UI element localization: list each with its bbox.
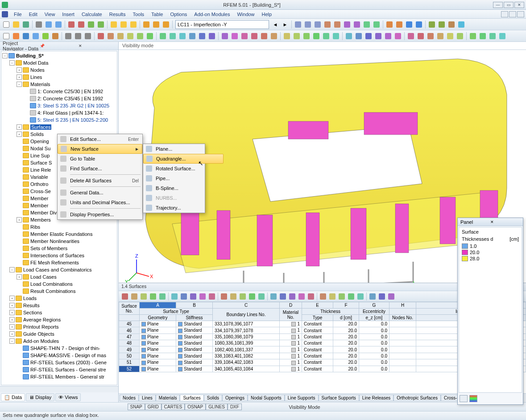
table-tab[interactable]: Orthotropic Surfaces: [393, 395, 441, 401]
navigator-scrollbar[interactable]: [0, 386, 118, 392]
tb2-30[interactable]: [344, 32, 353, 41]
table-tab[interactable]: Surface Supports: [319, 395, 359, 401]
tb-o[interactable]: [333, 20, 342, 29]
tree-addon[interactable]: SHAPE-MASSIVE - Design of mas: [2, 352, 116, 359]
ctx-item[interactable]: Delete All SurfacesDel: [58, 176, 142, 185]
menu-calculate[interactable]: Calculate: [79, 11, 105, 18]
tree-item[interactable]: Sets of Members: [2, 245, 116, 252]
menu-help[interactable]: Help: [259, 11, 275, 18]
tb2-40[interactable]: [446, 32, 455, 41]
table-tab[interactable]: Nodal Supports: [248, 395, 285, 401]
tb2-b[interactable]: [51, 32, 60, 41]
table-tab[interactable]: Openings: [222, 395, 248, 401]
tbl-tb-2[interactable]: [139, 292, 148, 301]
tb2-c[interactable]: [64, 32, 73, 41]
menu-tools[interactable]: Tools: [129, 11, 147, 18]
tree-addon[interactable]: RF-STEEL Surfaces (2003) - Gene: [2, 359, 116, 366]
ctx-item[interactable]: Find Surface...: [58, 164, 142, 173]
menu-view[interactable]: View: [41, 11, 58, 18]
tb2-42[interactable]: [468, 32, 477, 41]
tbl-tb-25[interactable]: [368, 292, 377, 301]
redo-icon[interactable]: [54, 20, 63, 29]
select-icon[interactable]: [2, 32, 11, 41]
tbl-tb-9[interactable]: [207, 292, 216, 301]
tb-u[interactable]: [395, 20, 404, 29]
tb2-15[interactable]: [188, 32, 197, 41]
tb2-37[interactable]: [416, 32, 425, 41]
open-icon[interactable]: [12, 20, 21, 29]
tree-item[interactable]: +Average Regions: [2, 316, 116, 323]
tb-help-icon[interactable]: [457, 20, 466, 29]
nav-tab-data[interactable]: 📋 Data: [1, 393, 25, 401]
tb2-19[interactable]: [230, 32, 239, 41]
tree-item[interactable]: FE Mesh Refinements: [2, 259, 116, 266]
status-toggle[interactable]: SNAP: [128, 404, 145, 410]
tree-addon[interactable]: RF-STEEL Surfaces - General stre: [2, 366, 116, 373]
table-tab[interactable]: Line Supports: [285, 395, 319, 401]
menu-insert[interactable]: Insert: [59, 11, 78, 18]
tb2-27[interactable]: [312, 32, 321, 41]
tb2-9[interactable]: [126, 32, 135, 41]
tb2-d[interactable]: [74, 32, 83, 41]
tb2-e[interactable]: [83, 32, 92, 41]
tb2-33[interactable]: [374, 32, 383, 41]
tb2-34[interactable]: [384, 32, 393, 41]
ctx-subitem[interactable]: B-Spline...: [143, 183, 224, 193]
tbl-tb-23[interactable]: [347, 292, 356, 301]
undo-icon[interactable]: [44, 20, 53, 29]
tbl-tb-11[interactable]: [229, 292, 238, 301]
tb-a[interactable]: [67, 20, 76, 29]
tb2-35[interactable]: [393, 32, 402, 41]
tree-item[interactable]: +Guide Objects: [2, 330, 116, 338]
tb-n[interactable]: [323, 20, 332, 29]
new-icon[interactable]: [2, 20, 11, 29]
tbl-tb-16[interactable]: [278, 292, 287, 301]
tb2-32[interactable]: [364, 32, 373, 41]
legend-panel[interactable]: Panel✕ Surface Thicknesses d[cm] 1.020.0…: [457, 218, 523, 405]
tb2-6[interactable]: [96, 32, 105, 41]
ctx-item[interactable]: Edit Surface...Enter: [58, 134, 142, 144]
tbl-tb-24[interactable]: [356, 292, 365, 301]
line-icon[interactable]: [21, 32, 30, 41]
tb2-18[interactable]: [220, 32, 229, 41]
status-toggle[interactable]: DXF: [228, 404, 242, 410]
tbl-tb-6[interactable]: [179, 292, 188, 301]
tbl-tb-26[interactable]: [377, 292, 386, 301]
ctx-item[interactable]: General Data...: [58, 188, 142, 198]
status-toggle[interactable]: CARTES: [162, 404, 185, 410]
tb-j[interactable]: [162, 20, 170, 29]
tree-item[interactable]: +Printout Reports: [2, 323, 116, 330]
tb-b[interactable]: [77, 20, 86, 29]
tb2-22[interactable]: [260, 32, 269, 41]
lc-prev-icon[interactable]: ◄: [271, 20, 280, 29]
tb-d[interactable]: [96, 20, 105, 29]
save-icon[interactable]: [21, 20, 30, 29]
tb-c[interactable]: [87, 20, 95, 29]
tbl-tb-18[interactable]: [297, 292, 306, 301]
maximize-button[interactable]: ▭: [504, 2, 514, 8]
tb-p[interactable]: [343, 20, 352, 29]
table-tab[interactable]: Materials: [156, 395, 180, 401]
menu-table[interactable]: Table: [148, 11, 166, 18]
tb2-a[interactable]: [41, 32, 50, 41]
tb2-45[interactable]: [498, 32, 507, 41]
surface-icon[interactable]: [31, 32, 40, 41]
tbl-tb-20[interactable]: [319, 292, 327, 301]
tb2-7[interactable]: [106, 32, 115, 41]
panel-close-icon[interactable]: ✕: [490, 220, 520, 224]
tb-h[interactable]: [142, 20, 151, 29]
tb-z[interactable]: [447, 20, 456, 29]
close-button[interactable]: ✕: [514, 2, 524, 8]
load-case-combo[interactable]: LC11 - Imperfection -Y: [175, 20, 269, 29]
ctx-subitem[interactable]: Quadrangle...: [143, 154, 224, 164]
tb-m[interactable]: [313, 20, 322, 29]
menu-edit[interactable]: Edit: [26, 11, 41, 18]
ctx-subitem[interactable]: Plane...: [143, 144, 224, 154]
tb2-23[interactable]: [269, 32, 278, 41]
tb2-20[interactable]: [240, 32, 249, 41]
menu-file[interactable]: File: [11, 11, 25, 18]
tree-addon[interactable]: SHAPE-THIN 7 - Design of thin-: [2, 345, 116, 352]
mdi-minimize-button[interactable]: [501, 11, 508, 17]
tb2-11[interactable]: [145, 32, 154, 41]
table-tab[interactable]: Lines: [139, 395, 156, 401]
